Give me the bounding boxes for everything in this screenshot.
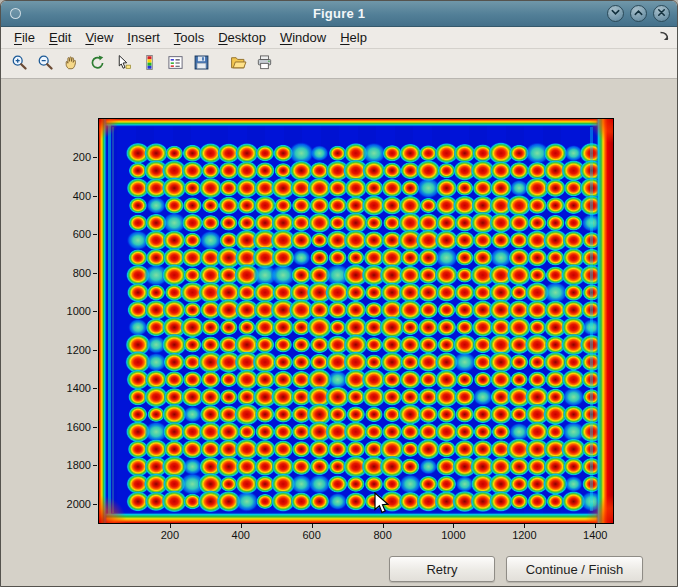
open-folder-icon: [230, 54, 247, 74]
y-tick-mark: [93, 196, 97, 197]
menu-tools[interactable]: Tools: [167, 28, 211, 47]
toolbar: [1, 49, 677, 79]
zoom-out-button[interactable]: [33, 52, 57, 76]
colorbar-button[interactable]: [137, 52, 161, 76]
x-tick-mark: [312, 524, 313, 528]
y-tick-label: 400: [47, 190, 91, 203]
rotate-3d-icon: [89, 54, 106, 74]
save-icon: [193, 54, 210, 74]
y-tick-mark: [93, 234, 97, 235]
y-tick-label: 1200: [47, 344, 91, 357]
y-tick-label: 1000: [47, 305, 91, 318]
menu-view[interactable]: View: [78, 28, 120, 47]
zoom-in-icon: [11, 54, 28, 74]
colorbar-icon: [141, 54, 158, 74]
y-tick-label: 2000: [47, 498, 91, 511]
y-tick-mark: [93, 504, 97, 505]
zoom-in-button[interactable]: [7, 52, 31, 76]
titlebar[interactable]: Figure 1: [1, 1, 677, 27]
x-tick-label: 1000: [433, 529, 473, 542]
x-tick-label: 400: [221, 529, 261, 542]
close-button[interactable]: [653, 5, 670, 22]
menu-insert[interactable]: Insert: [120, 28, 167, 47]
print-button[interactable]: [252, 52, 276, 76]
plot-image[interactable]: [99, 119, 613, 523]
zoom-out-icon: [37, 54, 54, 74]
menu-window[interactable]: Window: [273, 28, 333, 47]
minimize-button[interactable]: [607, 5, 624, 22]
y-tick-label: 600: [47, 228, 91, 241]
continue-finish-button[interactable]: Continue / Finish: [506, 556, 643, 582]
figure-canvas-area: Retry Continue / Finish 2004006008001000…: [1, 79, 677, 587]
y-tick-mark: [93, 465, 97, 466]
x-tick-mark: [170, 524, 171, 528]
dock-figure-button[interactable]: [655, 29, 673, 47]
window-controls: [607, 5, 670, 22]
window-title: Figure 1: [1, 6, 677, 21]
x-tick-label: 1400: [575, 529, 615, 542]
maximize-button[interactable]: [630, 5, 647, 22]
y-tick-label: 200: [47, 151, 91, 164]
print-icon: [256, 54, 273, 74]
chevron-up-icon: [633, 6, 644, 21]
x-tick-label: 1200: [504, 529, 544, 542]
x-tick-mark: [453, 524, 454, 528]
x-tick-mark: [524, 524, 525, 528]
pan-button[interactable]: [59, 52, 83, 76]
x-tick-mark: [595, 524, 596, 528]
chevron-down-icon: [610, 6, 621, 21]
y-tick-label: 1400: [47, 382, 91, 395]
x-tick-label: 200: [150, 529, 190, 542]
figure-window: Figure 1 FileEditViewInsertToolsDesktopW…: [0, 0, 678, 587]
y-tick-mark: [93, 350, 97, 351]
y-tick-label: 800: [47, 267, 91, 280]
toolbar-separator: [215, 54, 224, 74]
y-tick-label: 1800: [47, 459, 91, 472]
x-tick-label: 600: [292, 529, 332, 542]
plot-axes-box: [98, 118, 614, 524]
legend-button[interactable]: [163, 52, 187, 76]
dock-figure-icon: [657, 29, 671, 46]
y-tick-mark: [93, 157, 97, 158]
menu-items: FileEditViewInsertToolsDesktopWindowHelp: [7, 28, 374, 47]
x-tick-mark: [383, 524, 384, 528]
menu-help[interactable]: Help: [333, 28, 374, 47]
menu-file[interactable]: File: [7, 28, 42, 47]
menu-desktop[interactable]: Desktop: [211, 28, 273, 47]
x-tick-mark: [241, 524, 242, 528]
y-tick-label: 1600: [47, 421, 91, 434]
y-tick-mark: [93, 311, 97, 312]
y-tick-mark: [93, 427, 97, 428]
menubar: FileEditViewInsertToolsDesktopWindowHelp: [1, 27, 677, 49]
y-tick-mark: [93, 273, 97, 274]
data-cursor-button[interactable]: [111, 52, 135, 76]
menu-edit[interactable]: Edit: [42, 28, 78, 47]
legend-icon: [167, 54, 184, 74]
pan-icon: [63, 54, 80, 74]
x-tick-label: 800: [363, 529, 403, 542]
y-tick-mark: [93, 388, 97, 389]
retry-button[interactable]: Retry: [389, 556, 495, 582]
rotate-3d-button[interactable]: [85, 52, 109, 76]
open-folder-button[interactable]: [226, 52, 250, 76]
close-icon: [656, 6, 667, 21]
save-button[interactable]: [189, 52, 213, 76]
data-cursor-icon: [115, 54, 132, 74]
